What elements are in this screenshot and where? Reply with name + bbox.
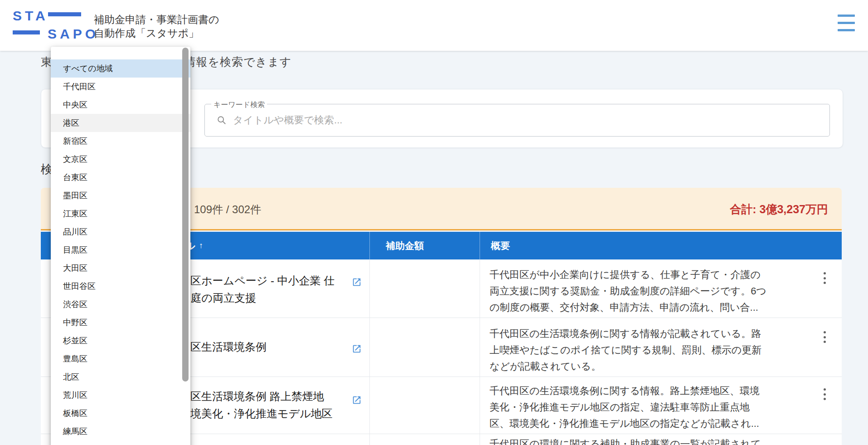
tagline-line2: 自動作成「スタサポ」	[94, 26, 219, 40]
column-divider	[480, 259, 480, 445]
grant-description-line: 上喫煙やたばこのポイ捨てに関する規制、罰則、標示の更新	[490, 342, 761, 358]
region-option[interactable]: すべての地域	[51, 59, 190, 78]
grant-description-line: 千代田区の環境に関する補助・助成事業の一覧が記載されて	[490, 436, 761, 445]
region-option[interactable]: 渋谷区	[51, 295, 190, 313]
header-divider	[480, 232, 480, 259]
grant-description-line: 千代田区が中小企業向けに提供する、仕事と子育て・介護の	[490, 267, 761, 283]
app-header: STA SAPO 補助金申請・事業計画書の 自動作成「スタサポ」	[0, 0, 868, 51]
region-option[interactable]: 墨田区	[51, 186, 190, 205]
search-icon	[217, 115, 227, 125]
row-actions-kebab-icon[interactable]	[819, 330, 830, 344]
external-link-icon[interactable]	[352, 344, 362, 354]
grant-description-line: 区、環境美化・浄化推進モデル地区の指定などが記載され...	[490, 416, 759, 432]
region-option[interactable]: 中野区	[51, 313, 190, 332]
dropdown-scrollbar-thumb[interactable]	[182, 48, 189, 381]
region-option[interactable]: 港区	[51, 114, 190, 132]
region-option[interactable]: 文京区	[51, 150, 190, 168]
logo-text-sapo: SAPO	[48, 26, 99, 42]
region-option[interactable]: 板橋区	[51, 404, 190, 422]
region-dropdown-menu: すべての地域千代田区中央区港区新宿区文京区台東区墨田区江東区品川区目黒区大田区世…	[51, 47, 190, 445]
column-header-amount[interactable]: 補助金額	[369, 232, 480, 259]
region-option[interactable]: 荒川区	[51, 386, 190, 404]
region-option[interactable]: 台東区	[51, 168, 190, 186]
region-option[interactable]: 目黒区	[51, 241, 190, 259]
row-actions-kebab-icon[interactable]	[819, 271, 830, 285]
keyword-search-label: キーワード検索	[211, 100, 267, 110]
region-option[interactable]: 杉並区	[51, 332, 190, 350]
region-option[interactable]: 豊島区	[51, 350, 190, 368]
grant-description-line: 美化・浄化推進モデル地区の指定、違法駐車等防止重点地	[490, 399, 750, 416]
external-link-icon[interactable]	[352, 277, 362, 287]
total-amount: 合計: 3億3,237万円	[730, 202, 828, 217]
column-divider	[369, 259, 370, 445]
result-count: 109件 / 302件	[194, 202, 261, 217]
region-option[interactable]: 北区	[51, 368, 190, 386]
app-logo[interactable]: STA SAPO	[13, 8, 90, 41]
region-option[interactable]: 世田谷区	[51, 277, 190, 295]
keyword-search-input[interactable]	[233, 111, 813, 130]
keyword-search-field: キーワード検索	[204, 104, 830, 137]
region-option[interactable]: 新宿区	[51, 132, 190, 150]
header-divider	[369, 232, 370, 259]
region-option[interactable]: 千代田区	[51, 78, 190, 96]
grant-description-line: 両立支援に関する奨励金・助成金制度の詳細ページです。6つ	[490, 283, 766, 299]
grant-description-line: の制度の概要、交付対象、申請方法、申請の流れ、問い合...	[490, 299, 758, 316]
column-header-description[interactable]: 概要	[480, 232, 842, 259]
logo-bar-bottom	[13, 30, 40, 34]
row-actions-kebab-icon[interactable]	[819, 387, 830, 401]
region-option-list: すべての地域千代田区中央区港区新宿区文京区台東区墨田区江東区品川区目黒区大田区世…	[51, 59, 190, 440]
logo-text-sta: STA	[13, 8, 48, 24]
region-option[interactable]: 大田区	[51, 259, 190, 277]
external-link-icon[interactable]	[352, 395, 362, 405]
app-tagline: 補助金申請・事業計画書の 自動作成「スタサポ」	[94, 13, 219, 40]
sort-ascending-icon: ↑	[199, 241, 203, 250]
region-option[interactable]: 品川区	[51, 223, 190, 241]
tagline-line1: 補助金申請・事業計画書の	[94, 13, 219, 26]
grant-description-line: などが記載されている。	[490, 358, 601, 375]
region-option[interactable]: 江東区	[51, 205, 190, 223]
grant-description-line: 千代田区の生活環境条例に関する情報。路上禁煙地区、環境	[490, 383, 760, 399]
grant-description-line: 千代田区の生活環境条例に関する情報が記載されている。路	[490, 326, 761, 342]
region-option[interactable]: 中央区	[51, 96, 190, 114]
logo-bar-top	[48, 12, 81, 16]
hamburger-menu-icon[interactable]	[838, 15, 858, 36]
region-option[interactable]: 練馬区	[51, 422, 190, 440]
